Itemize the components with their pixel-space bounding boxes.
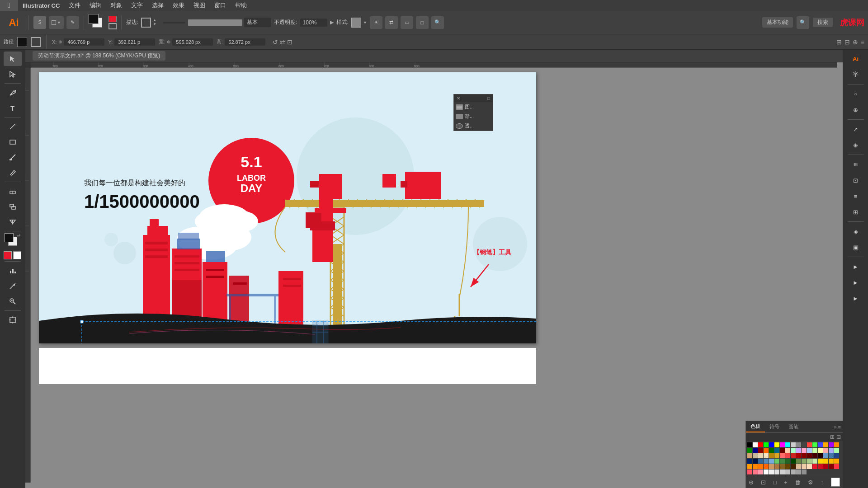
- artboard[interactable]: 我们每一位都是构建社会美好的 1/1500000000 5.1 LABOR DA…: [39, 72, 536, 343]
- color-swatch[interactable]: [769, 453, 774, 458]
- color-swatch[interactable]: [818, 453, 823, 458]
- menu-help[interactable]: 帮助: [231, 0, 251, 11]
- color-swatch[interactable]: [774, 469, 779, 474]
- color-swatch[interactable]: [823, 464, 828, 469]
- pen-tool[interactable]: [4, 85, 22, 100]
- artboard-btn[interactable]: □: [416, 16, 429, 29]
- cp-menu-icon[interactable]: ≡: [838, 424, 841, 430]
- cp-export-icon[interactable]: ↑: [821, 479, 824, 486]
- reflect-tool[interactable]: [4, 215, 22, 229]
- color-swatch[interactable]: [791, 464, 796, 469]
- red-swatch[interactable]: [4, 251, 12, 259]
- workspace-select[interactable]: 基本功能: [762, 17, 793, 28]
- right-align-btn[interactable]: ≡: [847, 189, 865, 203]
- menu-file[interactable]: 文件: [64, 0, 85, 11]
- color-swatch[interactable]: [774, 464, 779, 469]
- right-play3-btn[interactable]: ►: [847, 291, 865, 305]
- color-swatch[interactable]: [807, 448, 812, 453]
- color-swatch[interactable]: [753, 464, 758, 469]
- options-stroke-box[interactable]: [31, 37, 41, 47]
- apple-menu[interactable]: : [0, 0, 18, 11]
- stroke-color-mini[interactable]: [108, 23, 117, 29]
- panel-icon[interactable]: ≡: [861, 38, 864, 46]
- cp-expand-icon[interactable]: »: [834, 424, 836, 430]
- color-swatch[interactable]: [769, 469, 774, 474]
- line-type-select[interactable]: 基本: [244, 18, 271, 27]
- color-swatch[interactable]: [753, 442, 758, 447]
- grid-icon[interactable]: ⊞: [836, 38, 842, 46]
- right-ai-btn[interactable]: Ai: [847, 52, 865, 66]
- menu-window[interactable]: 窗口: [210, 0, 231, 11]
- color-swatch[interactable]: [812, 453, 817, 458]
- color-swatch[interactable]: [791, 459, 796, 464]
- right-pathfinder-btn[interactable]: ⊞: [847, 205, 865, 219]
- color-swatch[interactable]: [758, 448, 763, 453]
- right-layers-btn[interactable]: ≋: [847, 157, 865, 172]
- stroke-weight-input[interactable]: [163, 22, 185, 23]
- color-swatch[interactable]: [780, 453, 785, 458]
- document-tab[interactable]: 劳动节演示文件.ai* @ 188.56% (CMYK/GPU 预览): [33, 51, 165, 61]
- color-swatch[interactable]: [780, 469, 785, 474]
- color-swatch[interactable]: [791, 442, 796, 447]
- color-swatch[interactable]: [769, 464, 774, 469]
- menu-edit[interactable]: 编辑: [85, 0, 106, 11]
- zoom-btn[interactable]: 🔍: [431, 16, 444, 29]
- y-value[interactable]: 392.621 p: [114, 38, 155, 46]
- color-swatch[interactable]: [780, 464, 785, 469]
- menu-object[interactable]: 对象: [106, 0, 127, 11]
- color-swatch[interactable]: [834, 464, 839, 469]
- symbol-btn[interactable]: ☀: [370, 16, 382, 29]
- color-swatch[interactable]: [769, 442, 774, 447]
- color-swatch[interactable]: [829, 453, 834, 458]
- color-swatch[interactable]: [802, 442, 807, 447]
- color-swatch[interactable]: [802, 453, 807, 458]
- color-swatch[interactable]: [753, 448, 758, 453]
- color-swatch[interactable]: [753, 469, 758, 474]
- color-swatch[interactable]: [747, 448, 752, 453]
- artboard-tool[interactable]: [4, 313, 22, 327]
- color-swatch[interactable]: [769, 459, 774, 464]
- color-swatch[interactable]: [747, 442, 752, 447]
- color-swatch[interactable]: [747, 453, 752, 458]
- color-swatch[interactable]: [823, 442, 828, 447]
- line-tool[interactable]: [4, 119, 22, 134]
- color-swatch[interactable]: [758, 469, 763, 474]
- new-doc-btn[interactable]: S: [33, 16, 46, 29]
- color-swatch[interactable]: [802, 464, 807, 469]
- color-swatch[interactable]: [780, 459, 785, 464]
- color-swatch[interactable]: [829, 459, 834, 464]
- color-swatch[interactable]: [812, 464, 817, 469]
- color-swatch[interactable]: [758, 464, 763, 469]
- color-swatch[interactable]: [818, 464, 823, 469]
- color-swatch[interactable]: [802, 459, 807, 464]
- right-letter-btn[interactable]: ○: [847, 87, 865, 101]
- select-tool[interactable]: [4, 52, 22, 66]
- menu-text[interactable]: 文字: [127, 0, 147, 11]
- right-play-btn[interactable]: ►: [847, 259, 865, 274]
- fill-color-mini[interactable]: [108, 16, 117, 22]
- color-swatch[interactable]: [802, 448, 807, 453]
- color-swatch[interactable]: [812, 448, 817, 453]
- opacity-value[interactable]: 100%: [300, 19, 327, 27]
- color-swatch[interactable]: [764, 459, 769, 464]
- align-distribute-btn[interactable]: ⇄: [385, 16, 398, 29]
- stroke-adjust-btn[interactable]: ▲ ▼: [153, 19, 161, 27]
- h-value[interactable]: 52.872 px: [225, 38, 265, 46]
- right-props-btn[interactable]: ⊡: [847, 173, 865, 188]
- cp-white-swatch[interactable]: [831, 478, 840, 487]
- menu-select[interactable]: 选择: [147, 0, 168, 11]
- color-swatch[interactable]: [785, 464, 790, 469]
- menu-illustrator[interactable]: Illustrator CC: [18, 0, 64, 11]
- color-swap-btn[interactable]: ⇄: [5, 233, 21, 249]
- view-toggle-btn[interactable]: ▼: [49, 16, 64, 29]
- cp-folder-icon[interactable]: □: [773, 479, 777, 486]
- right-import-btn[interactable]: ⊕: [847, 138, 865, 152]
- color-swatch[interactable]: [758, 453, 763, 458]
- color-swatch[interactable]: [791, 469, 796, 474]
- color-swatch[interactable]: [829, 464, 834, 469]
- color-swatch[interactable]: [796, 453, 801, 458]
- cp-delete-icon[interactable]: 🗑: [795, 479, 801, 486]
- color-swatch[interactable]: [796, 459, 801, 464]
- color-swatch[interactable]: [807, 464, 812, 469]
- transform-btn[interactable]: ▭: [401, 16, 413, 29]
